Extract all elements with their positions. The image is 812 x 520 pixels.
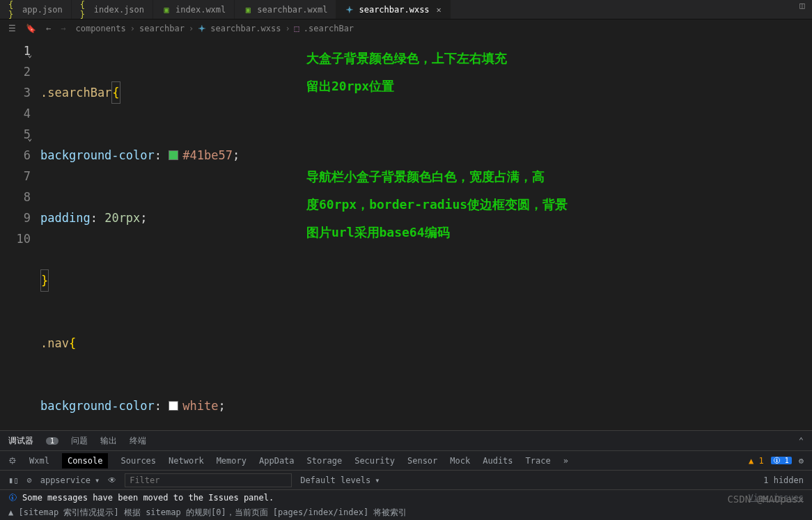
- css-value: white: [182, 395, 218, 416]
- watermark: CSDN @MAOpasx: [727, 494, 804, 505]
- info-icon: 🛈: [8, 493, 17, 503]
- list-icon[interactable]: ☰: [8, 24, 16, 33]
- tab-debugger[interactable]: 调试器: [8, 435, 33, 447]
- tab-sources[interactable]: Sources: [120, 456, 156, 466]
- wxml-icon: ▣: [162, 5, 171, 15]
- panel-tabs: 调试器 1 问题 输出 终端 ⌃: [0, 431, 812, 450]
- json-icon: { }: [8, 5, 18, 15]
- tab-audits[interactable]: Audits: [483, 456, 513, 466]
- tab-index-json[interactable]: { }index.json: [72, 0, 153, 19]
- tab-searchbar-wxss[interactable]: 🟄searchbar.wxss✕: [336, 0, 450, 19]
- tab-wxml[interactable]: Wxml: [29, 456, 49, 466]
- tab-index-wxml[interactable]: ▣index.wxml: [153, 0, 235, 19]
- editor-tabs: { }app.json { }index.json ▣index.wxml ▣s…: [0, 0, 812, 19]
- crumb[interactable]: searchbar.wxss: [210, 24, 281, 33]
- code-editor[interactable]: 1⌄ 234 5⌄ 678910 .searchBar{ background-…: [0, 38, 812, 418]
- clear-icon[interactable]: ⊘: [26, 475, 31, 485]
- gear-icon[interactable]: ⚙: [799, 456, 804, 466]
- console-filterbar: ▮▯ ⊘ appservice ▾ 👁 Default levels ▾ 1 h…: [0, 470, 812, 489]
- info-badge[interactable]: 🛈 1: [771, 457, 792, 464]
- tab-network[interactable]: Network: [169, 456, 204, 466]
- tab-label: searchbar.wxss: [359, 5, 429, 15]
- forward-icon[interactable]: →: [61, 24, 65, 33]
- editor-toolbar: ☰ 🔖 ← → components› searchbar› 🟄searchba…: [0, 19, 812, 38]
- hidden-count: 1 hidden: [763, 475, 804, 485]
- selector: .searchBar: [40, 82, 111, 103]
- tab-appdata[interactable]: AppData: [259, 456, 295, 466]
- class-icon: ⬚: [295, 24, 299, 33]
- more-icon[interactable]: »: [563, 456, 568, 466]
- wxss-icon: 🟄: [345, 5, 354, 15]
- devtools-panel: 调试器 1 问题 输出 终端 ⌃ ⯐ Wxml Console Sources …: [0, 430, 812, 520]
- crumb[interactable]: searchbar: [139, 24, 185, 33]
- annotation: 大盒子背景颜色绿色，上下左右填充留出20rpx位置: [306, 45, 507, 100]
- eye-icon[interactable]: 👁: [108, 475, 116, 485]
- tab-searchbar-wxml[interactable]: ▣searchbar.wxml: [235, 0, 336, 19]
- crumb[interactable]: .searchBar: [304, 24, 354, 33]
- wxss-icon: 🟄: [198, 24, 206, 33]
- chevron-up-icon[interactable]: ⌃: [799, 436, 804, 446]
- console-message: 🛈 Some messages have been moved to the I…: [0, 489, 812, 505]
- context-dropdown[interactable]: appservice ▾: [40, 475, 100, 485]
- tab-terminal[interactable]: 终端: [130, 435, 146, 447]
- tab-security[interactable]: Security: [354, 456, 395, 466]
- toggle-sidebar-icon[interactable]: ▮▯: [8, 475, 18, 485]
- devtools-tabs: ⯐ Wxml Console Sources Network Memory Ap…: [0, 450, 812, 470]
- selector: .nav: [40, 333, 69, 354]
- css-value: 20: [104, 207, 118, 228]
- close-icon[interactable]: ✕: [437, 5, 442, 15]
- json-icon: { }: [80, 5, 90, 15]
- crumb[interactable]: components: [75, 24, 125, 33]
- tab-app-json[interactable]: { }app.json: [0, 0, 72, 19]
- tab-console[interactable]: Console: [62, 453, 109, 468]
- css-prop: background-color: [40, 145, 155, 166]
- tab-memory[interactable]: Memory: [217, 456, 247, 466]
- filter-input[interactable]: [125, 473, 292, 487]
- annotation: 导航栏小盒子背景颜色白色，宽度占满，高度60rpx，border-radius使…: [306, 163, 568, 246]
- warning-icon[interactable]: ▲ 1: [749, 456, 764, 466]
- tab-output[interactable]: 输出: [100, 435, 117, 447]
- split-editor-icon[interactable]: ◫: [793, 0, 812, 19]
- console-message: ▲ [sitemap 索引情况提示] 根据 sitemap 的规则[0]，当前页…: [0, 505, 812, 520]
- tab-sensor[interactable]: Sensor: [407, 456, 437, 466]
- tab-label: index.wxml: [175, 5, 226, 15]
- tab-label: searchbar.wxml: [257, 5, 327, 15]
- bookmark-icon[interactable]: 🔖: [26, 24, 36, 33]
- line-gutter: 1⌄ 234 5⌄ 678910: [0, 38, 40, 418]
- breadcrumb: components› searchbar› 🟄searchbar.wxss› …: [75, 24, 354, 33]
- tab-label: index.json: [94, 5, 144, 15]
- tab-mock[interactable]: Mock: [450, 456, 470, 466]
- tab-label: app.json: [22, 5, 63, 15]
- inspect-icon[interactable]: ⯐: [8, 456, 17, 466]
- badge: 1: [46, 437, 58, 445]
- tab-trace[interactable]: Trace: [526, 456, 551, 466]
- back-icon[interactable]: ←: [46, 24, 51, 33]
- color-swatch[interactable]: [169, 150, 178, 160]
- tab-problems[interactable]: 问题: [71, 435, 88, 447]
- css-value: #41be57: [182, 145, 233, 166]
- css-prop: background-color: [40, 395, 155, 416]
- css-prop: padding: [40, 207, 91, 228]
- levels-dropdown[interactable]: Default levels ▾: [300, 475, 380, 485]
- tab-storage[interactable]: Storage: [307, 456, 343, 466]
- wxml-icon: ▣: [243, 5, 253, 15]
- color-swatch[interactable]: [169, 401, 178, 411]
